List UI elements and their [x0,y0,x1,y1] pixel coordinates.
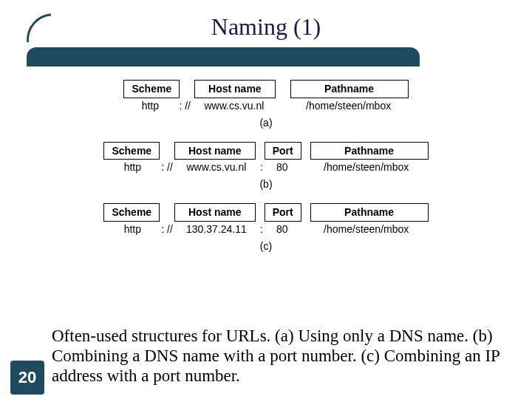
label-a: (a) [89,117,443,129]
col-port: Port [265,203,301,222]
col-port: Port [265,142,301,160]
gap [301,145,310,157]
gap [299,161,307,174]
label-c: (c) [89,240,443,252]
val-host: www.cs.vu.nl [194,98,275,114]
table-a: Scheme Host name Pathname http : // www.… [89,80,443,114]
val-scheme: http [124,98,176,114]
val-port: 80 [266,160,299,175]
val-path: /home/steen/mbox [307,222,426,237]
figure: Scheme Host name Pathname http : // www.… [89,80,443,252]
val-scheme: http [106,160,158,175]
table-c: Scheme Host name Port Pathname http : //… [89,203,443,237]
sep-host-port: : [257,223,266,236]
val-port: 80 [266,222,299,237]
gap [256,145,265,157]
label-b: (b) [89,178,443,190]
caption-text: Often-used structures for URLs. (a) Usin… [52,326,510,386]
gap [160,145,174,157]
table-b-header: Scheme Host name Port Pathname [89,142,443,160]
col-path: Pathname [310,203,429,222]
col-scheme: Scheme [103,142,160,160]
sep-host-port: : [257,161,266,174]
sep-scheme-host: : // [158,223,176,236]
page-number-badge: 20 [10,361,44,395]
gap [160,206,174,219]
table-b-values: http : // www.cs.vu.nl : 80 /home/steen/… [89,160,443,175]
val-host: 130.37.24.11 [176,222,257,237]
caption-area: Often-used structures for URLs. (a) Usin… [52,326,510,386]
val-host: www.cs.vu.nl [176,160,257,175]
val-path: /home/steen/mbox [290,98,408,114]
sep-scheme-host: : // [176,100,194,112]
sep-scheme-host: : // [158,161,176,174]
decor-bar [27,47,420,66]
gap [180,83,194,95]
val-scheme: http [106,222,158,237]
table-c-header: Scheme Host name Port Pathname [89,203,443,222]
gap [299,223,307,236]
col-path: Pathname [290,80,409,98]
gap [276,83,290,95]
col-host: Host name [174,142,256,160]
table-a-header: Scheme Host name Pathname [89,80,443,98]
table-c-values: http : // 130.37.24.11 : 80 /home/steen/… [89,222,443,237]
col-path: Pathname [310,142,429,160]
gap [301,206,310,219]
table-b: Scheme Host name Port Pathname http : //… [89,142,443,176]
col-host: Host name [174,203,256,222]
gap [275,100,290,112]
gap [256,206,265,219]
col-scheme: Scheme [103,203,160,222]
col-host: Host name [194,80,276,98]
title-area: Naming (1) [0,0,532,74]
table-a-values: http : // www.cs.vu.nl /home/steen/mbox [89,98,443,114]
slide-title: Naming (1) [0,0,532,41]
val-path: /home/steen/mbox [307,160,426,175]
col-scheme: Scheme [123,80,180,98]
